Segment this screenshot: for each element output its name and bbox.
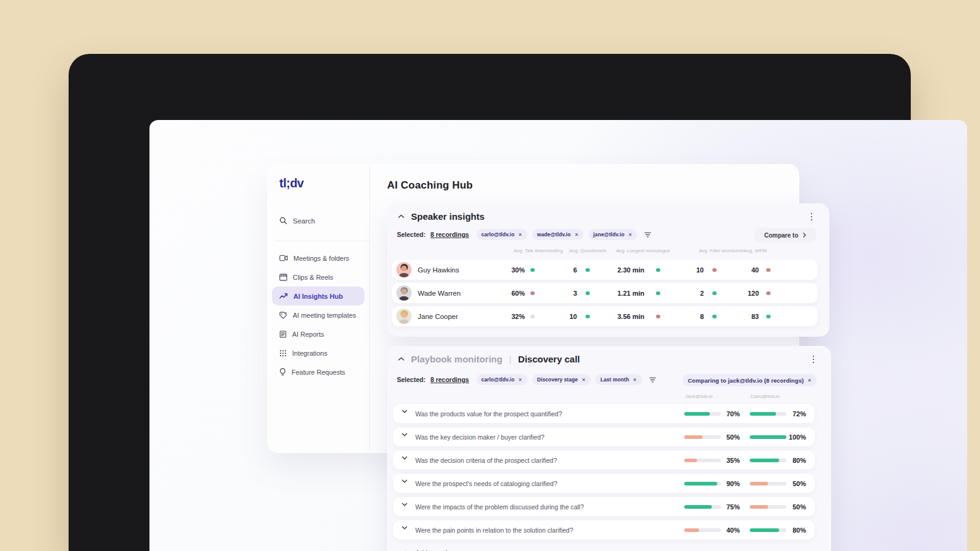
selected-count-link[interactable]: 8 recordings [431,376,469,383]
question-row[interactable]: Was the products value for the prospect … [393,404,815,423]
laptop-frame: tl;dv Search Meetings & foldersClips & R… [69,54,911,551]
progress-bar-b [750,528,786,532]
comparison-column-jack-tldv-io: Jack@tldv.io [685,394,713,399]
sidebar-item-ai-insights-hub[interactable]: AI Insights Hub [272,287,364,305]
status-dot-green [656,268,660,272]
sidebar-item-ai-meeting-templates[interactable]: AI meeting templates [272,305,364,324]
collapse-chevron-up-icon[interactable] [398,214,404,219]
close-icon[interactable]: ✕ [518,377,522,383]
progress-bar-a [684,435,721,439]
title-separator: | [509,354,511,364]
sidebar-item-label: Clips & Reels [293,274,333,281]
chevron-down-icon[interactable] [402,503,407,506]
selected-label: Selected: [397,231,426,238]
speaker-row-wade-warren[interactable]: Wade Warren60%31.21 min2120 [392,283,818,303]
status-dot-green [586,268,590,272]
column-header-avg-filler-words-min: Avg. Filler words/min [699,248,744,253]
close-icon[interactable]: ✕ [807,378,812,383]
progress-bar-b [750,412,786,416]
progress-value-a: 50% [726,427,740,446]
status-dot-neutral [530,315,535,319]
avatar [396,309,412,324]
status-dot-green [586,291,590,296]
plus-icon: + [403,548,408,551]
metric-value: 10 [696,260,704,280]
progress-bar-a [684,505,721,509]
sidebar-item-label: AI meeting templates [293,312,356,319]
sidebar-item-meetings-folders[interactable]: Meetings & folders [272,249,364,268]
collapse-chevron-up-icon[interactable] [398,357,404,361]
progress-value-a: 75% [726,497,740,516]
kebab-menu-icon[interactable] [809,354,818,364]
filter-chip-wade-tldv-io[interactable]: wade@tldv.io✕ [532,229,584,240]
sidebar-item-feature-requests[interactable]: Feature Requests [272,362,364,381]
filter-chip-jane-tldv-io[interactable]: jane@tldv.io✕ [589,229,638,240]
question-row[interactable]: Were the prospect's needs of cataloging … [393,474,815,493]
metric-value: 2 [700,283,704,303]
add-question-button[interactable]: + Add question [403,548,454,551]
progress-bar-a [684,482,721,485]
compare-to-label: Compare to [764,232,799,239]
selected-label: Selected: [397,376,426,383]
search-button[interactable]: Search [279,217,315,225]
chip-label: carlo@tldv.io [481,231,514,238]
chevron-down-icon[interactable] [402,433,407,437]
tldv-logo: tl;dv [279,176,304,190]
comparing-chip[interactable]: Comparing to jack@tldv.io (8 recordings)… [683,374,816,386]
grid-dots-icon [279,350,287,357]
question-text: Were the prospect's needs of cataloging … [415,474,557,493]
speaker-row-jane-cooper[interactable]: Jane Cooper32%103.56 min883 [392,306,818,326]
metric-value: 3.56 min [617,306,644,326]
question-row[interactable]: Were the pain points in relation to the … [393,520,815,539]
filter-chip-carlo-tldv-io[interactable]: carlo@tldv.io✕ [477,374,527,385]
close-icon[interactable]: ✕ [633,377,637,383]
column-header-avg-wpm: Avg. WPM [744,248,767,253]
metric-value: 2.30 min [617,260,644,280]
sidebar-item-clips-reels[interactable]: Clips & Reels [272,268,364,287]
metric-value: 83 [752,306,759,326]
speaker-row-guy-hawkins[interactable]: Guy Hawkins30%62.30 min1040 [392,260,818,280]
progress-bar-a [684,528,721,532]
sidebar: tl;dv Search Meetings & foldersClips & R… [267,164,370,453]
progress-value-b: 100% [789,427,806,446]
chevron-down-icon[interactable] [402,456,407,460]
filter-chip-carlo-tldv-io[interactable]: carlo@tldv.io✕ [477,229,527,240]
sidebar-item-label: Feature Requests [292,369,345,376]
question-row[interactable]: Was the key decision maker / buyer clari… [393,427,815,446]
close-icon[interactable]: ✕ [518,232,522,238]
selected-count-link[interactable]: 8 recordings [431,231,469,238]
question-row[interactable]: Were the impacts of the problem discusse… [393,497,815,516]
close-icon[interactable]: ✕ [628,232,633,238]
avatar [396,262,412,277]
compare-to-button[interactable]: Compare to [755,228,816,242]
filter-chip-last-month[interactable]: Last month✕ [595,374,642,385]
chip-label: carlo@tldv.io [481,377,514,383]
speaker-name: Guy Hawkins [418,260,459,280]
comparison-column-carlo-tldv-io: Carlo@tldv.io [750,394,780,399]
sidebar-item-label: AI Insights Hub [293,293,343,300]
question-text: Were the impacts of the problem discusse… [415,497,584,516]
metric-value: 40 [752,260,759,280]
progress-value-a: 40% [726,520,740,539]
sidebar-item-integrations[interactable]: Integrations [272,343,364,362]
chip-label: wade@tldv.io [537,231,571,238]
kebab-menu-icon[interactable] [807,212,816,222]
question-row[interactable]: Was the decision criteria of the prospec… [393,451,815,470]
close-icon[interactable]: ✕ [575,232,579,238]
question-text: Was the decision criteria of the prospec… [415,451,557,470]
speaker-filter-row: Selected: 8 recordings carlo@tldv.io✕wad… [397,229,651,240]
question-text: Were the pain points in relation to the … [415,520,573,539]
template-icon [279,312,287,319]
chevron-down-icon[interactable] [402,410,407,413]
close-icon[interactable]: ✕ [581,377,586,383]
progress-value-b: 72% [793,404,806,423]
status-dot-red [530,291,535,296]
chevron-down-icon[interactable] [402,526,407,530]
chevron-down-icon[interactable] [402,479,407,483]
filter-icon[interactable] [644,232,651,238]
status-dot-green [656,291,660,296]
search-icon [279,217,287,225]
sidebar-item-ai-reports[interactable]: AI Reports [272,324,364,343]
filter-chip-discovery-stage[interactable]: Discovery stage✕ [532,374,590,385]
filter-icon[interactable] [649,377,656,383]
